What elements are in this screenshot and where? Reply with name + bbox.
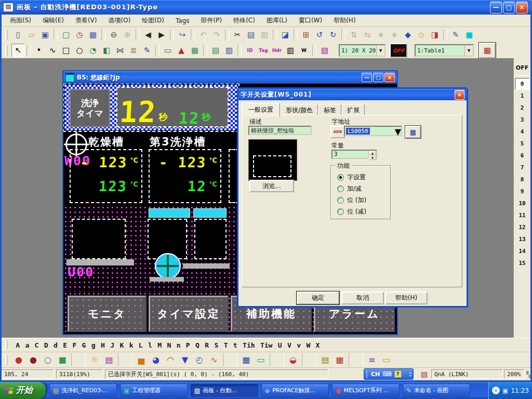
child-minimize-button[interactable]: — <box>362 73 372 82</box>
library-load-button[interactable]: ▥ <box>222 44 236 57</box>
tag-letter-button[interactable]: S <box>211 341 221 349</box>
zoom-out-button[interactable]: ⊖ <box>107 28 121 42</box>
radio-add-sub[interactable]: 加/减 <box>337 184 362 193</box>
library-save-button[interactable]: ▤ <box>209 44 222 57</box>
pie-graph-part[interactable]: ◕ <box>149 353 163 367</box>
tag-toggle-button[interactable]: Tag <box>257 44 270 57</box>
state-button[interactable]: 15 <box>515 257 529 269</box>
state-off-label[interactable]: OFF <box>514 64 530 71</box>
radio-bit-sub[interactable]: 位 (减) <box>337 207 366 216</box>
menu-item[interactable]: 图库(L) <box>261 15 293 26</box>
screen-editor-titlebar[interactable]: B5: 悠線鉅?Jp — ▢ × <box>63 71 397 84</box>
start-button[interactable]: 开始 <box>0 382 46 399</box>
tank2-title[interactable]: 第3洗浄槽 <box>150 135 206 149</box>
ime-help-icon[interactable]: ? <box>394 370 402 378</box>
tag-letter-button[interactable]: H <box>98 341 108 349</box>
menu-item[interactable]: 绘图(D) <box>136 15 170 26</box>
screen-list-button[interactable]: ▢ <box>59 28 73 42</box>
pump-icon[interactable] <box>155 253 181 279</box>
child-maximize-button[interactable]: ▢ <box>373 73 383 82</box>
tag-letter-button[interactable]: M <box>155 341 164 349</box>
tag-letter-button[interactable]: X <box>313 341 322 349</box>
menu-item[interactable]: Tags <box>170 16 195 25</box>
environment-settings-button[interactable]: ▦ <box>479 43 496 58</box>
alarm-editor-button[interactable]: ◷ <box>73 28 86 42</box>
language-bar[interactable]: CH ⌨ ? ▴▾ <box>364 368 414 380</box>
dot-tool[interactable]: • <box>32 44 46 57</box>
tag-letter-button[interactable]: d <box>51 341 60 349</box>
menu-item[interactable]: 查看(V) <box>70 15 103 26</box>
cancel-button[interactable]: 取消 <box>341 291 384 304</box>
bw-preview-toggle[interactable]: ▥ <box>284 44 297 57</box>
process-tank[interactable] <box>72 219 126 259</box>
eraser-button[interactable]: ◪ <box>278 28 292 42</box>
tag-letter-button[interactable]: E <box>60 341 70 349</box>
call-screen-tool[interactable]: ▭ <box>161 44 175 57</box>
v-image-toggle[interactable]: ▧ <box>318 44 331 57</box>
polygon-tool[interactable]: ⋈ <box>113 44 127 57</box>
table-combo[interactable]: 1:Table1 ▼ <box>415 44 474 57</box>
radio-word-set[interactable]: 字设置 <box>337 173 366 182</box>
task-cleaner-folder[interactable]: ▤ 洗浄机_RED03-... <box>49 384 117 397</box>
exit-editor-button[interactable]: ↪ <box>176 28 189 42</box>
selector-switch-part[interactable]: ○ <box>41 353 55 367</box>
state-button[interactable]: 2 <box>515 102 529 114</box>
tag-letter-button[interactable]: g <box>89 341 98 349</box>
tag-letter-button[interactable]: J <box>108 341 117 349</box>
color-swatch-button[interactable]: ■ <box>462 28 476 42</box>
line-tool[interactable]: ∿ <box>46 44 59 57</box>
tag-letter-button[interactable]: R <box>202 341 211 349</box>
hmi-word-switch-selected[interactable]: 12 秒 12 秒 <box>116 87 229 127</box>
menu-item[interactable]: 部件(P) <box>195 15 228 26</box>
word-switch-part[interactable]: ● <box>26 353 41 367</box>
tag-letter-button[interactable]: P <box>183 341 193 349</box>
keypad-part[interactable]: ▦ <box>239 353 254 367</box>
description-input[interactable]: 棉袄惬挍_憖惍啦 <box>248 126 312 135</box>
spin-up-icon[interactable]: ▲ <box>369 151 376 155</box>
process-tank[interactable] <box>194 219 227 259</box>
task-project-manager[interactable]: ▣ 工程管理器 <box>120 384 188 397</box>
tag-letter-button[interactable]: U <box>275 341 285 349</box>
state-button[interactable]: 5 <box>515 138 529 150</box>
alarm-lamp-part[interactable]: ◒ <box>286 353 300 367</box>
new-file-button[interactable]: ▯ <box>11 28 25 42</box>
cut-button[interactable]: ✂ <box>231 28 244 42</box>
data-table-part[interactable]: ▦ <box>332 353 347 367</box>
state-button[interactable]: 0 <box>515 78 529 90</box>
tag-letter-button[interactable]: L <box>136 341 145 349</box>
tag-letter-button[interactable]: Tih <box>240 341 258 349</box>
half-graph-part[interactable]: ◠ <box>163 353 178 367</box>
state-button[interactable]: 4 <box>515 126 529 138</box>
state-button[interactable]: 8 <box>515 174 529 185</box>
hmi-button-timer-setting[interactable]: タイマ設定 <box>149 296 229 332</box>
radio-bit-add[interactable]: 位 (加) <box>337 196 366 205</box>
task-proface-touch[interactable]: ◆ PROFACE触摸... <box>261 384 329 397</box>
grid-size-combo[interactable]: 1) 20 X 20 ▼ <box>339 44 385 57</box>
tag-letter-button[interactable]: k <box>126 341 136 349</box>
send-to-back-button[interactable]: ◇ <box>415 28 428 42</box>
state-button[interactable]: 1 <box>515 90 529 102</box>
tag-letter-button[interactable]: T <box>221 341 230 349</box>
bit-switch-part[interactable]: ● <box>11 353 26 367</box>
menu-item[interactable]: 帮助(H) <box>328 15 361 26</box>
wireframe-toggle[interactable]: W <box>297 44 311 57</box>
dialog-close-button[interactable]: × <box>455 90 464 100</box>
state-button[interactable]: 7 <box>515 162 529 174</box>
menu-item[interactable]: 特殊(C) <box>228 15 261 26</box>
comment-marker-part[interactable]: ▭ <box>379 353 394 367</box>
menu-item[interactable]: 选项(O) <box>103 15 137 26</box>
tag-letter-button[interactable]: W <box>303 341 313 349</box>
prev-screen-button[interactable]: ◀ <box>141 28 155 42</box>
tag-letter-button[interactable]: v <box>294 341 303 349</box>
scale-tool[interactable]: ≣ <box>127 44 140 57</box>
keyboard-icon[interactable]: ⌨ <box>382 371 391 377</box>
menu-item[interactable]: 画面(S) <box>4 15 37 26</box>
state-button[interactable]: 3 <box>515 114 529 126</box>
function-switch-part[interactable]: ■ <box>55 353 70 367</box>
tag-letter-button[interactable]: F <box>70 341 79 349</box>
language-bar-options[interactable]: ▴▾ <box>409 371 411 377</box>
tag-letter-button[interactable]: D <box>42 341 51 349</box>
hdr-toggle-button[interactable]: Hdr <box>270 44 284 57</box>
tag-letter-button[interactable]: n <box>174 341 183 349</box>
hmi-timer-panel[interactable]: 洗浄 タイマ 12 秒 12 秒 <box>64 85 238 130</box>
